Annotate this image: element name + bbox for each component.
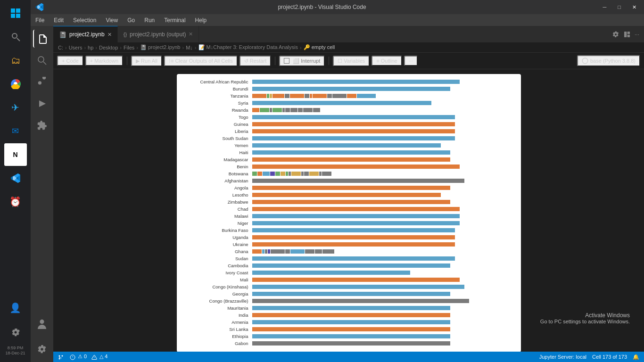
error-count[interactable]: ⚠ 0 [70, 354, 87, 360]
bar-segment [252, 235, 455, 239]
bar-segment [304, 172, 309, 176]
bar-area [252, 249, 516, 254]
bar-segment [252, 271, 410, 275]
country-label: Ethiopia [182, 334, 252, 339]
bar-segment [301, 172, 304, 176]
outline-btn[interactable]: ≡ Outline [372, 56, 402, 66]
menu-view[interactable]: View [101, 16, 123, 25]
bc-chapter[interactable]: 📝 M↓Chapter 3: Exploratory Data Analysis [198, 44, 298, 50]
bar-area [252, 320, 516, 325]
svg-point-14 [59, 358, 60, 359]
country-label: Chad [182, 206, 252, 212]
bar-area [252, 129, 516, 134]
warning-count[interactable]: △ 4 [91, 354, 107, 360]
activate-line2: Go to PC settings to activate Windows. [540, 319, 630, 324]
bar-area [252, 157, 516, 162]
explorer-icon[interactable] [33, 30, 51, 48]
svg-point-16 [62, 355, 63, 356]
minimize-btn[interactable]: ─ [600, 3, 610, 11]
clear-outputs-btn[interactable]: ⁝≡ Clear Outputs of All Cells [164, 56, 238, 66]
gear-icon[interactable] [33, 340, 51, 358]
bc-users[interactable]: Users [69, 45, 83, 50]
run-all-btn[interactable]: ▶ Run All [131, 56, 162, 66]
add-markdown-btn[interactable]: + Markdown [85, 56, 123, 66]
menu-run[interactable]: Run [140, 16, 159, 25]
notebook-toolbar: + Code + Markdown ▶ Run All ⁝≡ Clear Out… [53, 53, 644, 69]
search-taskbar-icon[interactable] [4, 25, 27, 48]
country-label: Mauritania [182, 305, 252, 311]
bar-segment [252, 143, 441, 148]
vscode-icon[interactable] [4, 167, 27, 189]
user-icon[interactable] [33, 315, 51, 333]
close-btn[interactable]: ✕ [629, 3, 639, 11]
mail-icon[interactable]: ✉ [4, 120, 27, 142]
statusbar: ⚠ 0 △ 4 Jupyter Server: local Cell 173 o… [53, 352, 644, 362]
svg-line-5 [17, 38, 20, 41]
bc-desktop[interactable]: Desktop [99, 45, 118, 50]
source-control-icon[interactable] [33, 73, 51, 91]
chart-row: Botswana [182, 171, 516, 177]
bar-segment [303, 108, 313, 112]
notion-icon[interactable]: N [4, 143, 27, 166]
settings-taskbar-icon[interactable] [4, 321, 27, 344]
clock-icon[interactable]: ⏰ [4, 190, 27, 213]
search-icon[interactable] [33, 51, 51, 69]
bar-segment [252, 221, 460, 225]
interrupt-btn[interactable]: ⬜ Interrupt [279, 56, 325, 66]
bar-segment [252, 157, 450, 162]
bc-notebook[interactable]: 📓 project2.ipynb [140, 44, 181, 50]
menu-terminal[interactable]: Terminal [159, 16, 190, 25]
maximize-btn[interactable]: □ [615, 3, 624, 11]
bar-area [252, 93, 516, 99]
output-tab-icon: {} [124, 32, 127, 37]
start-button[interactable] [4, 2, 27, 25]
variables-btn[interactable]: ☐ Variables [333, 56, 370, 66]
bar-segment [322, 249, 334, 254]
layout-icon[interactable] [623, 31, 631, 38]
restart-btn[interactable]: ↺ Restart [239, 56, 272, 66]
bc-drive[interactable]: C: [58, 45, 63, 50]
jupyter-server[interactable]: Jupyter Server: local [539, 354, 586, 360]
menu-go[interactable]: Go [123, 16, 140, 25]
file-explorer-icon[interactable]: 🗂 [4, 49, 27, 72]
settings-icon[interactable] [612, 31, 619, 38]
more-btn[interactable]: ··· [404, 56, 418, 66]
country-label: Zimbabwe [182, 199, 252, 205]
menu-file[interactable]: File [31, 16, 49, 25]
run-debug-icon[interactable] [33, 95, 51, 113]
telegram-icon[interactable]: ✈ [4, 96, 27, 119]
menu-edit[interactable]: Edit [49, 16, 68, 25]
notebook-content[interactable]: Central African RepublicBurundiTanzaniaS… [53, 69, 644, 352]
bc-md1[interactable]: M↓ [186, 45, 193, 50]
git-branch[interactable] [58, 354, 65, 360]
bc-hp[interactable]: hp [88, 45, 93, 50]
menu-help[interactable]: Help [190, 16, 212, 25]
tab-close-2[interactable]: ✕ [189, 31, 193, 37]
extensions-icon[interactable] [33, 116, 51, 134]
bc-files[interactable]: Files [124, 45, 134, 50]
country-label: Congo (Kinshasa) [182, 284, 252, 289]
menu-selection[interactable]: Selection [68, 16, 101, 25]
tab-output[interactable]: {} project2.ipynb (output) ✕ [118, 26, 199, 42]
bar-segment [252, 256, 455, 261]
bar-segment [270, 94, 272, 98]
chart-row: Tanzania [182, 93, 516, 99]
bar-segment [252, 285, 464, 289]
bar-segment [252, 242, 455, 247]
chrome-icon[interactable] [4, 73, 27, 95]
svg-rect-11 [627, 32, 630, 34]
titlebar: project2.ipynb - Visual Studio Code ─ □ … [31, 0, 644, 14]
tab-close-1[interactable]: ✕ [107, 32, 112, 38]
kernel-btn[interactable]: base (Python 3.8.8) [577, 55, 640, 66]
bc-cell[interactable]: 🔑 empty cell [304, 44, 335, 50]
add-code-btn[interactable]: + Code [57, 56, 83, 66]
notification-icon[interactable]: 🔔 [633, 354, 639, 360]
tab-notebook[interactable]: 📓 project2.ipynb ✕ [53, 26, 118, 42]
more-tabs-btn[interactable]: ··· [635, 31, 639, 38]
bar-area [252, 214, 516, 219]
user-profile-icon[interactable]: 👤 [4, 296, 27, 319]
bar-segment [319, 172, 322, 176]
country-label: Sri Lanka [182, 327, 252, 332]
chart-row: Benin [182, 164, 516, 170]
bar-segment [313, 108, 320, 112]
